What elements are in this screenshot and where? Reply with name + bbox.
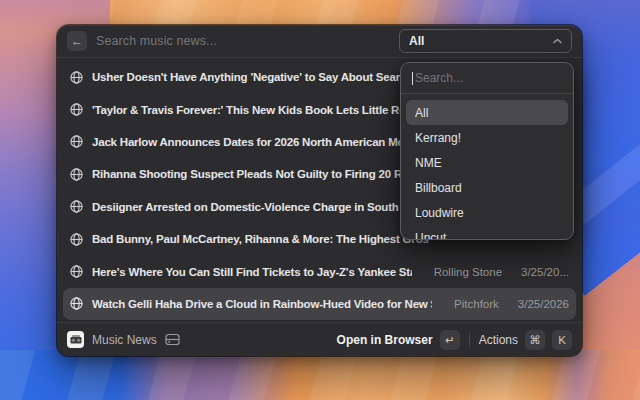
globe-icon (70, 233, 83, 246)
article-source: Pitchfork (454, 298, 499, 310)
dropdown-option-all[interactable]: All (406, 100, 568, 125)
source-filter-value: All (409, 34, 424, 48)
dropdown-option-uncut[interactable]: Uncut (406, 225, 568, 240)
source-filter-select[interactable]: All (399, 29, 572, 53)
open-in-browser-button[interactable]: Open in Browser (337, 333, 433, 347)
drive-icon (165, 333, 180, 346)
article-date: 3/25/2026 (518, 298, 569, 310)
article-title: 'Taylor & Travis Forever:' This New Kids… (92, 104, 435, 116)
footer-actions: Open in Browser ↵ Actions ⌘ K (337, 330, 572, 350)
globe-icon (70, 71, 83, 84)
list-item[interactable]: Here's Where You Can Still Find Tickets … (63, 255, 576, 287)
dropdown-options: All Kerrang! NME Billboard Loudwire Uncu… (401, 94, 573, 240)
command-key-icon: ⌘ (525, 330, 545, 350)
article-title: Watch Gelli Haha Drive a Cloud in Rainbo… (92, 298, 432, 310)
action-bar: Music News Open in Browser ↵ Actions ⌘ K (57, 322, 582, 356)
k-key-icon: K (552, 330, 572, 350)
dropdown-option-kerrang[interactable]: Kerrang! (406, 125, 568, 150)
chevron-up-icon (553, 38, 562, 44)
dropdown-search-placeholder: Search... (415, 71, 463, 85)
globe-icon (70, 297, 83, 310)
article-title: Usher Doesn't Have Anything 'Negative' t… (92, 71, 431, 83)
list-item-selected[interactable]: Watch Gelli Haha Drive a Cloud in Rainbo… (63, 288, 576, 320)
globe-icon (70, 168, 83, 181)
dropdown-option-nme[interactable]: NME (406, 150, 568, 175)
dropdown-option-billboard[interactable]: Billboard (406, 175, 568, 200)
article-date: 3/25/20... (521, 266, 569, 278)
launcher-window: ← Search music news... All Usher Doesn't… (57, 25, 582, 356)
back-button[interactable]: ← (67, 31, 87, 51)
search-input[interactable]: Search music news... (96, 34, 217, 48)
article-source: Rolling Stone (434, 266, 502, 278)
music-news-app-icon (67, 331, 84, 348)
search-header: ← Search music news... All (57, 25, 582, 57)
article-title: Desiigner Arrested on Domestic-Violence … (92, 201, 427, 213)
article-title: Here's Where You Can Still Find Tickets … (92, 266, 412, 278)
dropdown-option-loudwire[interactable]: Loudwire (406, 200, 568, 225)
footer-separator (469, 333, 470, 347)
globe-icon (70, 200, 83, 213)
source-filter-dropdown: Search... All Kerrang! NME Billboard Lou… (400, 62, 574, 240)
dropdown-search-input[interactable]: Search... (401, 63, 573, 93)
article-title: Bad Bunny, Paul McCartney, Rihanna & Mor… (92, 233, 429, 245)
arrow-left-icon: ← (71, 35, 83, 47)
globe-icon (70, 135, 83, 148)
text-cursor (412, 72, 413, 85)
article-title: Jack Harlow Announces Dates for 2026 Nor… (92, 136, 420, 148)
globe-icon (70, 103, 83, 116)
command-name: Music News (92, 333, 157, 347)
actions-button[interactable]: Actions (479, 333, 518, 347)
globe-icon (70, 265, 83, 278)
return-key-icon: ↵ (440, 330, 460, 350)
article-title: Rihanna Shooting Suspect Pleads Not Guil… (92, 168, 429, 180)
wallpaper-bottom-band (0, 350, 640, 400)
